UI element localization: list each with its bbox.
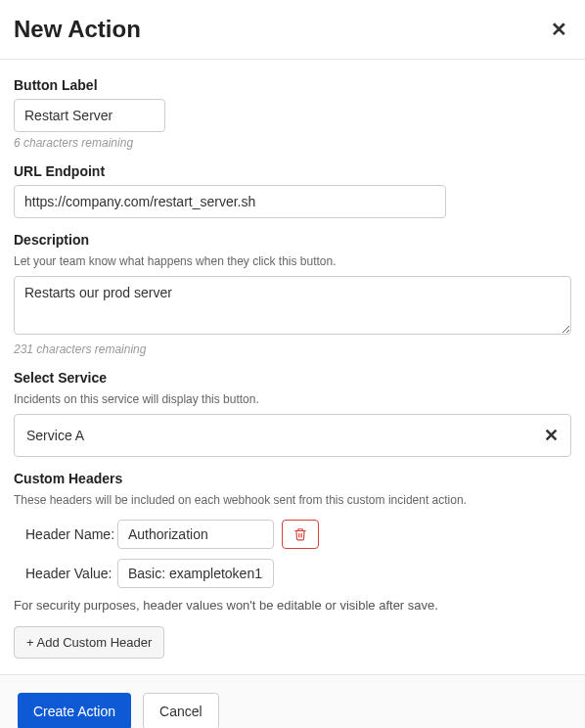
header-value-input[interactable]	[117, 559, 274, 588]
select-service-label: Select Service	[14, 370, 571, 386]
select-service-value: Service A	[26, 428, 84, 443]
button-label-input[interactable]	[14, 99, 165, 132]
header-name-row: Header Name:	[25, 520, 571, 549]
select-service-group: Select Service Incidents on this service…	[14, 370, 571, 457]
close-icon: ✕	[551, 19, 567, 40]
description-textarea[interactable]	[14, 276, 571, 335]
button-label-hint: 6 characters remaining	[14, 136, 571, 150]
modal-footer: Create Action Cancel	[0, 674, 585, 728]
header-value-label: Header Value:	[25, 566, 110, 581]
modal-header: New Action ✕	[0, 0, 585, 60]
button-label-label: Button Label	[14, 77, 571, 93]
url-endpoint-group: URL Endpoint	[14, 163, 571, 218]
add-custom-header-button[interactable]: + Add Custom Header	[14, 626, 164, 659]
description-help: Let your team know what happens when the…	[14, 253, 571, 270]
custom-headers-help: These headers will be included on each w…	[14, 492, 571, 509]
description-group: Description Let your team know what happ…	[14, 232, 571, 356]
url-endpoint-label: URL Endpoint	[14, 163, 571, 179]
description-label: Description	[14, 232, 571, 248]
custom-headers-label: Custom Headers	[14, 471, 571, 486]
description-hint: 231 characters remaining	[14, 342, 571, 356]
delete-header-button[interactable]	[282, 520, 319, 549]
clear-service-icon[interactable]: ✕	[544, 425, 559, 446]
header-name-label: Header Name:	[25, 526, 110, 542]
header-value-row: Header Value:	[25, 559, 571, 588]
custom-headers-group: Custom Headers These headers will be inc…	[14, 471, 571, 660]
button-label-group: Button Label 6 characters remaining	[14, 77, 571, 150]
cancel-button[interactable]: Cancel	[143, 693, 219, 728]
url-endpoint-input[interactable]	[14, 185, 446, 218]
close-button[interactable]: ✕	[547, 18, 571, 41]
security-note: For security purposes, header values won…	[14, 598, 571, 613]
header-name-input[interactable]	[117, 520, 274, 549]
modal-body: Button Label 6 characters remaining URL …	[0, 60, 585, 674]
select-service-help: Incidents on this service will display t…	[14, 391, 571, 408]
create-action-button[interactable]: Create Action	[18, 693, 131, 728]
modal-title: New Action	[14, 16, 141, 43]
trash-icon	[293, 527, 307, 541]
select-service-dropdown[interactable]: Service A ✕	[14, 414, 571, 457]
